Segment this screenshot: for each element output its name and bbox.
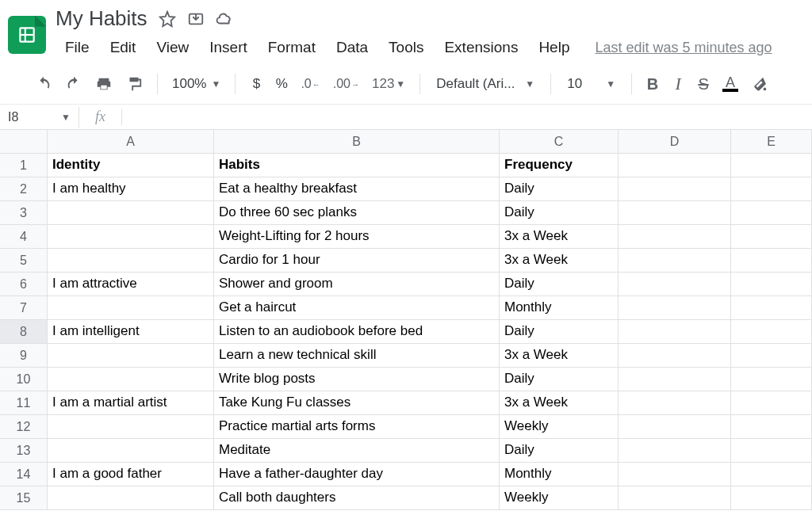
paint-format-icon[interactable]: [121, 72, 147, 96]
text-color-button[interactable]: A: [718, 72, 743, 96]
increase-decimal-button[interactable]: .00→: [328, 72, 364, 96]
cell-C10[interactable]: Daily: [500, 368, 619, 391]
column-header-C[interactable]: C: [500, 130, 619, 154]
cell-D15[interactable]: [619, 486, 731, 510]
row-header-1[interactable]: 1: [0, 154, 48, 177]
star-icon[interactable]: [159, 10, 176, 28]
cell-A4[interactable]: [48, 225, 214, 249]
cloud-status-icon[interactable]: [216, 10, 233, 28]
column-header-E[interactable]: E: [731, 130, 812, 154]
print-icon[interactable]: [90, 72, 117, 96]
cell-A1[interactable]: Identity: [48, 154, 214, 177]
bold-button[interactable]: B: [642, 72, 664, 96]
cell-D4[interactable]: [619, 225, 731, 249]
undo-icon[interactable]: [30, 72, 57, 96]
cell-B3[interactable]: Do three 60 sec planks: [214, 201, 500, 225]
cell-E12[interactable]: [731, 415, 812, 439]
cell-D10[interactable]: [619, 368, 731, 391]
cell-D14[interactable]: [619, 463, 731, 486]
cell-E1[interactable]: [731, 154, 812, 177]
last-edit-link[interactable]: Last edit was 5 minutes ago: [595, 40, 772, 56]
menu-file[interactable]: File: [56, 36, 99, 59]
document-title[interactable]: My Habits: [56, 6, 147, 31]
cell-C13[interactable]: Daily: [500, 439, 619, 463]
font-family-dropdown[interactable]: Default (Ari...▼: [430, 73, 541, 95]
cell-E15[interactable]: [731, 486, 812, 510]
menu-view[interactable]: View: [147, 36, 198, 59]
menu-data[interactable]: Data: [327, 36, 377, 59]
cell-C14[interactable]: Monthly: [500, 463, 619, 486]
row-header-15[interactable]: 15: [0, 486, 48, 510]
cell-A3[interactable]: [48, 201, 214, 225]
font-size-dropdown[interactable]: 10▼: [561, 73, 622, 95]
menu-insert[interactable]: Insert: [200, 36, 257, 59]
menu-edit[interactable]: Edit: [101, 36, 146, 59]
row-header-9[interactable]: 9: [0, 344, 48, 368]
column-header-D[interactable]: D: [619, 130, 731, 154]
row-header-4[interactable]: 4: [0, 225, 48, 249]
cell-C7[interactable]: Monthly: [500, 296, 619, 320]
menu-tools[interactable]: Tools: [379, 36, 433, 59]
row-header-8[interactable]: 8: [0, 320, 48, 344]
cell-D6[interactable]: [619, 273, 731, 296]
cell-B10[interactable]: Write blog posts: [214, 368, 500, 391]
more-formats-dropdown[interactable]: 123▼: [367, 72, 410, 96]
cell-D2[interactable]: [619, 177, 731, 201]
cell-E7[interactable]: [731, 296, 812, 320]
cell-D9[interactable]: [619, 344, 731, 368]
cell-A15[interactable]: [48, 486, 214, 510]
cell-E8[interactable]: [731, 320, 812, 344]
cell-C6[interactable]: Daily: [500, 273, 619, 296]
row-header-7[interactable]: 7: [0, 296, 48, 320]
sheets-logo-icon[interactable]: [8, 16, 46, 54]
cell-E10[interactable]: [731, 368, 812, 391]
redo-icon[interactable]: [60, 72, 87, 96]
cell-C11[interactable]: 3x a Week: [500, 391, 619, 415]
cell-B4[interactable]: Weight-Lifting for 2 hours: [214, 225, 500, 249]
cell-C9[interactable]: 3x a Week: [500, 344, 619, 368]
cell-D12[interactable]: [619, 415, 731, 439]
cell-A7[interactable]: [48, 296, 214, 320]
cell-B12[interactable]: Practice martial arts forms: [214, 415, 500, 439]
cell-B1[interactable]: Habits: [214, 154, 500, 177]
cell-A11[interactable]: I am a martial artist: [48, 391, 214, 415]
cell-D8[interactable]: [619, 320, 731, 344]
cell-E2[interactable]: [731, 177, 812, 201]
row-header-6[interactable]: 6: [0, 273, 48, 296]
cell-D13[interactable]: [619, 439, 731, 463]
cell-B8[interactable]: Listen to an audiobook before bed: [214, 320, 500, 344]
cell-E11[interactable]: [731, 391, 812, 415]
cell-A9[interactable]: [48, 344, 214, 368]
cell-D1[interactable]: [619, 154, 731, 177]
cell-B9[interactable]: Learn a new technical skill: [214, 344, 500, 368]
cell-D5[interactable]: [619, 249, 731, 273]
column-header-B[interactable]: B: [214, 130, 500, 154]
cell-C1[interactable]: Frequency: [500, 154, 619, 177]
cell-E9[interactable]: [731, 344, 812, 368]
cell-E13[interactable]: [731, 439, 812, 463]
row-header-14[interactable]: 14: [0, 463, 48, 486]
cell-A6[interactable]: I am attractive: [48, 273, 214, 296]
row-header-5[interactable]: 5: [0, 249, 48, 273]
cell-A10[interactable]: [48, 368, 214, 391]
move-icon[interactable]: [187, 10, 205, 28]
row-header-3[interactable]: 3: [0, 201, 48, 225]
cell-B5[interactable]: Cardio for 1 hour: [214, 249, 500, 273]
cell-B11[interactable]: Take Kung Fu classes: [214, 391, 500, 415]
cell-C2[interactable]: Daily: [500, 177, 619, 201]
cell-A8[interactable]: I am intelligent: [48, 320, 214, 344]
cell-C12[interactable]: Weekly: [500, 415, 619, 439]
cell-A14[interactable]: I am a good father: [48, 463, 214, 486]
row-header-12[interactable]: 12: [0, 415, 48, 439]
row-header-13[interactable]: 13: [0, 439, 48, 463]
cell-C4[interactable]: 3x a Week: [500, 225, 619, 249]
row-header-2[interactable]: 2: [0, 177, 48, 201]
cell-C5[interactable]: 3x a Week: [500, 249, 619, 273]
cell-E5[interactable]: [731, 249, 812, 273]
italic-button[interactable]: I: [667, 72, 689, 96]
cell-B7[interactable]: Get a haircut: [214, 296, 500, 320]
row-header-10[interactable]: 10: [0, 368, 48, 391]
cell-B13[interactable]: Meditate: [214, 439, 500, 463]
row-header-11[interactable]: 11: [0, 391, 48, 415]
fill-color-button[interactable]: [746, 72, 773, 96]
